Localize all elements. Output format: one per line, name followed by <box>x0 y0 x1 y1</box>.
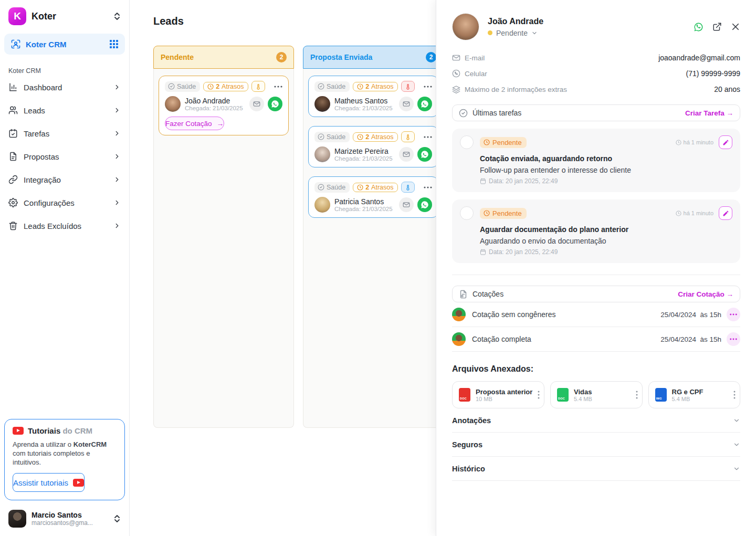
clock-icon <box>357 83 363 90</box>
file-name: Vidas <box>574 388 592 396</box>
task-checkbox[interactable] <box>460 206 474 220</box>
accordion-anotacoes[interactable]: Anotações <box>452 408 740 433</box>
lead-arrival: Chegada: 21/03/2025 <box>185 105 243 111</box>
accordion-seguros[interactable]: Seguros <box>452 433 740 457</box>
sidebar-item-label: Dashboard <box>24 83 62 92</box>
whatsapp-icon[interactable] <box>417 197 432 212</box>
tasks-header: Últimas tarefas <box>472 109 521 117</box>
user-email: marciosantos@gma... <box>32 519 93 527</box>
grid-icon[interactable] <box>109 39 119 49</box>
app-switcher-icon[interactable] <box>113 12 121 20</box>
thermometer-icon <box>405 134 411 140</box>
info-label: Celular <box>465 70 487 78</box>
lead-card[interactable]: Saúde 2 Atrasos <box>159 76 289 135</box>
edit-task-button[interactable] <box>719 135 732 149</box>
file-size: 5.4 MB <box>574 396 592 402</box>
link-icon <box>8 175 18 184</box>
column-name: Proposta Enviada <box>310 53 372 61</box>
card-menu-icon[interactable] <box>424 136 432 138</box>
column-body: Saúde 2 Atrasos <box>303 69 436 428</box>
sidebar-item-propostas[interactable]: Propostas <box>0 145 129 168</box>
check-circle-icon <box>318 133 324 140</box>
card-menu-icon[interactable] <box>424 86 432 88</box>
sidebar-item-tarefas[interactable]: Tarefas <box>0 122 129 145</box>
whatsapp-icon[interactable] <box>268 97 282 111</box>
chevron-right-icon <box>113 83 121 91</box>
card-menu-icon[interactable] <box>274 86 282 88</box>
delays-tag: 2 Atrasos <box>353 82 397 91</box>
email-icon[interactable] <box>399 147 414 162</box>
email-icon[interactable] <box>399 197 414 212</box>
lead-card[interactable]: Saúde 2 Atrasos <box>308 76 436 117</box>
create-quote-link[interactable]: Criar Cotação → <box>678 290 733 298</box>
make-quote-button[interactable]: Fazer Cotação → <box>165 117 224 130</box>
close-icon[interactable] <box>731 22 740 31</box>
quote-row[interactable]: Cotação sem congêneres 25/04/2024 às 15h <box>452 302 740 327</box>
pencil-icon <box>722 139 729 146</box>
chevron-down-icon <box>733 417 740 424</box>
email-icon[interactable] <box>249 97 264 111</box>
file-menu-icon[interactable] <box>636 391 638 399</box>
tutorial-card: Tutoriais do CRM Aprenda a utilizar o Ko… <box>4 419 125 500</box>
email-icon[interactable] <box>399 97 414 111</box>
quote-date: 25/04/2024 às 15h <box>660 335 721 343</box>
email-icon <box>452 54 460 62</box>
account-menu[interactable]: Marcio Santos marciosantos@gma... <box>0 506 129 536</box>
youtube-icon <box>13 427 24 435</box>
card-menu-icon[interactable] <box>424 186 432 188</box>
file-card[interactable]: DOC Proposta anterior 10 MB <box>452 381 544 408</box>
edit-task-button[interactable] <box>719 206 732 220</box>
sidebar-item-configuracoes[interactable]: Configurações <box>0 191 129 214</box>
avatar <box>452 13 479 40</box>
clock-icon <box>357 184 363 191</box>
accordion-historico[interactable]: Histórico <box>452 457 740 481</box>
task-card: Pendente há 1 minuto Cotação enviada, ag… <box>452 129 740 192</box>
chevron-right-icon <box>113 199 121 206</box>
create-task-link[interactable]: Criar Tarefa → <box>685 109 733 117</box>
clock-icon <box>484 139 490 145</box>
sidebar-item-leads[interactable]: Leads <box>0 99 129 122</box>
file-menu-icon[interactable] <box>538 391 540 399</box>
app-logo: K <box>8 7 26 25</box>
lead-card[interactable]: Saúde 2 Atrasos <box>308 126 436 167</box>
pencil-icon <box>722 210 729 217</box>
sidebar-item-dashboard[interactable]: Dashboard <box>0 76 129 99</box>
trash-icon <box>8 221 18 230</box>
status-dropdown[interactable]: Pendente <box>488 29 543 37</box>
info-value: 20 anos <box>714 85 740 93</box>
whatsapp-icon[interactable] <box>417 147 432 162</box>
sidebar-item-koter-crm[interactable]: Koter CRM <box>4 34 125 55</box>
sidebar-item-integracao[interactable]: Integração <box>0 168 129 191</box>
lead-card[interactable]: Saúde 2 Atrasos <box>308 176 436 218</box>
whatsapp-icon[interactable] <box>417 97 432 111</box>
file-card[interactable]: DOC Vidas 5.4 MB <box>550 381 643 408</box>
quote-menu-icon[interactable] <box>727 332 740 346</box>
file-menu-icon[interactable] <box>733 391 736 399</box>
tutorial-title: Tutoriais do CRM <box>13 426 117 435</box>
users-icon <box>8 106 18 115</box>
account-switcher-icon[interactable] <box>113 514 121 523</box>
status-dot <box>488 30 492 35</box>
sidebar-section-label: Koter CRM <box>0 58 129 76</box>
kanban-column-proposta-enviada: Proposta Enviada 2 Saúde 2 Atrasos <box>303 46 436 428</box>
quote-row[interactable]: Cotação completa 25/04/2024 às 15h <box>452 327 740 352</box>
status-label: Pendente <box>496 29 528 37</box>
whatsapp-icon[interactable] <box>694 22 704 32</box>
file-card[interactable]: IMG RG e CPF 5.4 MB <box>648 381 741 408</box>
watch-tutorials-button[interactable]: Assistir tutoriais <box>13 473 85 492</box>
temperature-tag <box>401 182 415 193</box>
health-tag: Saúde <box>165 81 200 92</box>
check-circle-icon <box>459 109 468 118</box>
gear-icon <box>8 198 18 207</box>
sidebar-item-leads-excluidos[interactable]: Leads Excluídos <box>0 214 129 237</box>
task-status-badge: Pendente <box>480 137 527 148</box>
avatar <box>314 197 330 213</box>
sidebar-item-label: Configurações <box>24 198 75 207</box>
quote-menu-icon[interactable] <box>727 308 740 321</box>
task-checkbox[interactable] <box>460 135 474 149</box>
arrow-right-icon: → <box>217 120 224 128</box>
quote-title: Cotação sem congêneres <box>472 310 556 319</box>
lead-name: Patricia Santos <box>334 197 393 206</box>
open-external-icon[interactable] <box>712 22 722 31</box>
lead-arrival: Chegada: 21/03/2025 <box>334 155 393 162</box>
